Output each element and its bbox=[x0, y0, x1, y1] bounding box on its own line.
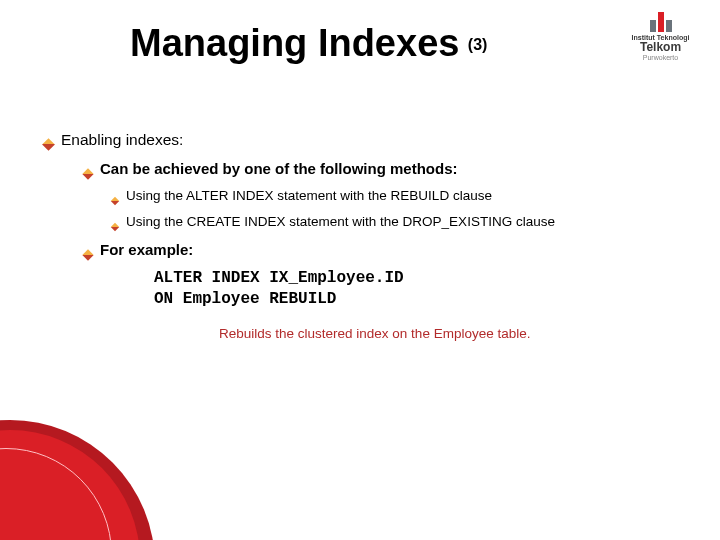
bullet-text: Can be achieved by one of the following … bbox=[100, 159, 458, 179]
logo-line3: Purwokerto bbox=[613, 54, 708, 61]
code-line: ON Employee REBUILD bbox=[154, 289, 690, 311]
bullet-level1: Enabling indexes: bbox=[44, 130, 690, 155]
bullet-text: Using the ALTER INDEX statement with the… bbox=[126, 187, 492, 205]
diamond-bullet-icon bbox=[112, 217, 118, 235]
bullet-level3: Using the ALTER INDEX statement with the… bbox=[112, 187, 690, 209]
title-sub: (3) bbox=[468, 36, 488, 53]
diamond-bullet-icon bbox=[112, 191, 118, 209]
slide-content: Enabling indexes: Can be achieved by one… bbox=[44, 130, 690, 343]
logo-mark bbox=[613, 8, 708, 32]
slide-title: Managing Indexes (3) bbox=[130, 22, 487, 65]
title-main: Managing Indexes bbox=[130, 22, 459, 64]
diamond-bullet-icon bbox=[44, 134, 53, 155]
institution-logo: Institut Teknologi Telkom Purwokerto bbox=[613, 8, 708, 61]
code-line: ALTER INDEX IX_Employee.ID bbox=[154, 268, 690, 290]
bullet-text: For example: bbox=[100, 240, 193, 260]
bullet-level2: Can be achieved by one of the following … bbox=[84, 159, 690, 183]
bullet-level3: Using the CREATE INDEX statement with th… bbox=[112, 213, 690, 235]
bullet-text: Using the CREATE INDEX statement with th… bbox=[126, 213, 555, 231]
bullet-text: Enabling indexes: bbox=[61, 130, 183, 151]
code-example: ALTER INDEX IX_Employee.ID ON Employee R… bbox=[154, 268, 690, 311]
diamond-bullet-icon bbox=[84, 163, 92, 183]
example-note: Rebuilds the clustered index on the Empl… bbox=[219, 325, 690, 343]
diamond-bullet-icon bbox=[84, 244, 92, 264]
logo-line2: Telkom bbox=[613, 41, 708, 54]
bullet-level2: For example: bbox=[84, 240, 690, 264]
slide: { "title": { "main": "Managing Indexes",… bbox=[0, 0, 720, 540]
